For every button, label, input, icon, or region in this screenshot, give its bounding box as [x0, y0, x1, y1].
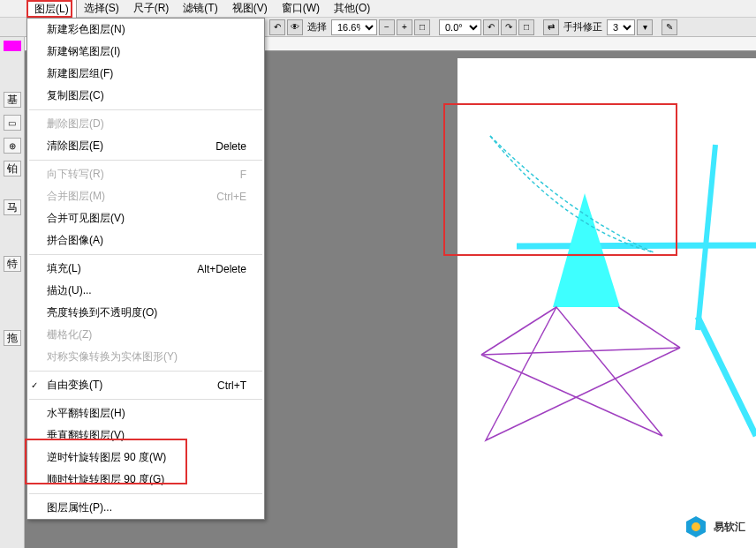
- menu-filter[interactable]: 滤镜(T): [176, 0, 224, 18]
- left-toolbar: 基 ▭ ⊕ 铂 马 特 拖: [0, 37, 25, 548]
- menu-free-transform[interactable]: ✓自由变换(T)Ctrl+T: [27, 374, 264, 396]
- menu-duplicate-layer[interactable]: 复制图层(C): [27, 85, 264, 107]
- menu-select[interactable]: 选择(S): [77, 0, 126, 18]
- tool-tuo[interactable]: 拖: [4, 330, 21, 346]
- color-swatch-magenta[interactable]: [4, 41, 21, 51]
- menu-new-pen-layer[interactable]: 新建钢笔图层(I): [27, 41, 264, 63]
- menu-ruler[interactable]: 尺子(R): [126, 0, 177, 18]
- dropdown-sep: [29, 254, 262, 255]
- svg-line-2: [698, 317, 756, 436]
- menu-stroke[interactable]: 描边(U)...: [27, 280, 264, 302]
- canvas-drawing: [433, 21, 756, 515]
- watermark: 易软汇: [684, 514, 745, 539]
- dropdown-sep: [29, 109, 262, 110]
- menu-new-layer-group[interactable]: 新建图层组(F): [27, 63, 264, 85]
- zoom-in-icon[interactable]: +: [397, 19, 412, 35]
- menu-flip-vertical[interactable]: 垂直翻转图层(V): [27, 424, 264, 447]
- zoom-out-icon[interactable]: −: [379, 19, 395, 35]
- tool-ma[interactable]: 马: [4, 199, 21, 215]
- menu-merge-layer: 合并图层(M)Ctrl+E: [27, 185, 264, 207]
- dropdown-sep: [29, 493, 262, 494]
- svg-line-1: [698, 145, 715, 330]
- menubar: 图层(L) 选择(S) 尺子(R) 滤镜(T) 视图(V) 窗口(W) 其他(O…: [0, 0, 756, 18]
- menu-rotate-ccw-90[interactable]: 逆时针旋转图层 90 度(W): [27, 447, 264, 469]
- menu-new-color-layer[interactable]: 新建彩色图层(N): [27, 19, 264, 41]
- svg-line-0: [517, 245, 756, 246]
- menu-transfer-down: 向下转写(R)F: [27, 163, 264, 185]
- menu-layer[interactable]: 图层(L): [26, 0, 77, 19]
- menu-layer-properties[interactable]: 图层属性(P)...: [27, 497, 264, 519]
- menu-fill[interactable]: 填充(L)Alt+Delete: [27, 258, 264, 280]
- dropdown-sep: [29, 399, 262, 400]
- eye-icon[interactable]: 👁: [287, 19, 303, 35]
- tool-plus[interactable]: ⊕: [4, 138, 21, 154]
- menu-view[interactable]: 视图(V): [225, 0, 275, 18]
- tool-bo[interactable]: 铂: [4, 161, 21, 176]
- tool-te[interactable]: 特: [4, 256, 21, 272]
- menu-brightness-to-opacity[interactable]: 亮度转换到不透明度(O): [27, 302, 264, 324]
- menu-symmetry-convert: 对称实像转换为实体图形(Y): [27, 346, 264, 368]
- layer-dropdown-menu: 新建彩色图层(N) 新建钢笔图层(I) 新建图层组(F) 复制图层(C) 删除图…: [26, 18, 265, 520]
- svg-marker-3: [553, 193, 620, 307]
- tool-base[interactable]: 基: [4, 92, 21, 108]
- dropdown-sep: [29, 160, 262, 161]
- zoom-select[interactable]: 16.6%: [331, 19, 377, 35]
- undo-icon[interactable]: ↶: [269, 19, 285, 35]
- tool-rect[interactable]: ▭: [4, 115, 21, 131]
- menu-other[interactable]: 其他(O): [327, 0, 377, 18]
- menu-window[interactable]: 窗口(W): [275, 0, 327, 18]
- menu-delete-layer: 删除图层(D): [27, 113, 264, 135]
- menu-merge-visible[interactable]: 合并可见图层(V): [27, 207, 264, 229]
- menu-clear-layer[interactable]: 清除图层(E)Delete: [27, 135, 264, 157]
- menu-flatten[interactable]: 拼合图像(A): [27, 229, 264, 251]
- svg-line-4: [618, 307, 680, 348]
- menu-rasterize: 栅格化(Z): [27, 324, 264, 346]
- menu-rotate-cw-90[interactable]: 顺时针旋转图层 90 度(G): [27, 469, 264, 491]
- menu-flip-horizontal[interactable]: 水平翻转图层(H): [27, 402, 264, 424]
- check-icon: ✓: [31, 380, 38, 390]
- watermark-text: 易软汇: [714, 520, 745, 535]
- watermark-logo-icon: [684, 514, 708, 539]
- svg-line-5: [481, 307, 556, 355]
- zoom-fit-icon[interactable]: □: [414, 19, 430, 35]
- select-mode-label: 选择: [305, 20, 329, 34]
- dropdown-sep: [29, 371, 262, 372]
- svg-point-7: [692, 522, 700, 531]
